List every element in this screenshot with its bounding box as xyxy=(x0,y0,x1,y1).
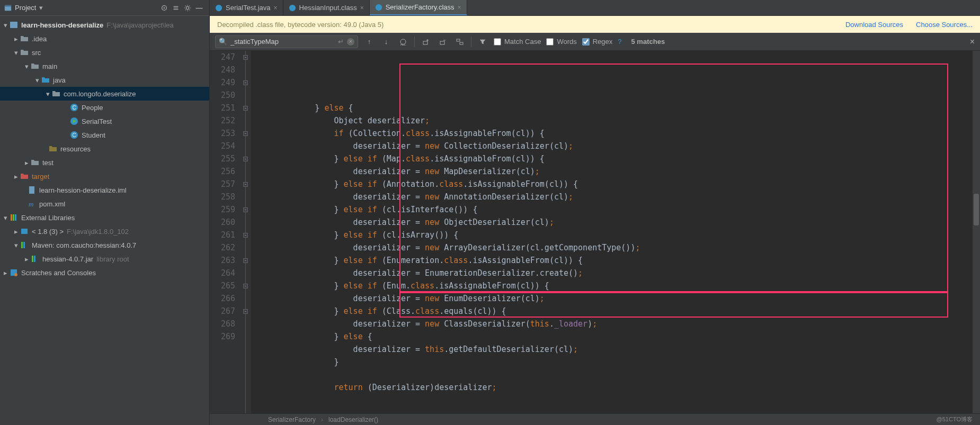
regex-checkbox[interactable]: Regex xyxy=(582,38,613,46)
tree-src[interactable]: src xyxy=(0,46,209,59)
code-area[interactable]: } else { Object deserializer; if (Collec… xyxy=(251,51,973,413)
tree-label: External Libraries xyxy=(21,214,75,222)
sidebar-header: Project ▾ — xyxy=(0,0,209,16)
breadcrumb: SerializerFactory › loadDeserializer() @… xyxy=(210,413,980,425)
svg-text:m: m xyxy=(29,200,33,208)
svg-rect-19 xyxy=(23,242,25,248)
tree-pom[interactable]: m pom.xml xyxy=(0,197,209,211)
library-icon xyxy=(10,213,18,222)
remove-selection-icon[interactable] xyxy=(437,38,449,46)
tree-label: Student xyxy=(82,131,105,139)
clear-icon[interactable]: × xyxy=(347,38,354,46)
tree-label: People xyxy=(82,104,103,112)
line-gutter: 2472482492502512522532542552562572582592… xyxy=(210,51,239,413)
words-label: Words xyxy=(557,38,576,46)
tree-external[interactable]: External Libraries xyxy=(0,211,209,224)
download-sources-link[interactable]: Download Sources xyxy=(845,21,903,29)
tree-label: SerialTest xyxy=(82,117,112,125)
tree-label: resources xyxy=(60,145,91,153)
svg-point-26 xyxy=(376,4,382,10)
tab-serialtest[interactable]: SerialTest.java × xyxy=(210,0,283,15)
filter-icon[interactable] xyxy=(477,38,488,46)
tree-root[interactable]: learn-hession-deserializeF:\java\javapro… xyxy=(0,18,209,32)
tree-iml[interactable]: learn-hession-deserialize.iml xyxy=(0,183,209,197)
editor-area: 2472482492502512522532542552562572582592… xyxy=(210,51,980,413)
match-count: 5 matches xyxy=(631,38,665,46)
tree-java[interactable]: java xyxy=(0,73,209,87)
svg-rect-12 xyxy=(29,186,34,194)
tab-label: SerialTest.java xyxy=(226,4,271,12)
iml-file-icon xyxy=(28,186,36,194)
tree-jdk[interactable]: < 1.8 (3) >F:\java\jdk1.8.0_102 xyxy=(0,224,209,238)
svg-rect-32 xyxy=(460,42,463,44)
tree-label: java xyxy=(53,76,66,84)
svg-point-23 xyxy=(14,273,17,276)
close-icon[interactable]: × xyxy=(274,4,278,12)
search-input[interactable] xyxy=(230,38,338,46)
select-all-icon[interactable]: ALL xyxy=(397,38,409,46)
match-case-label: Match Case xyxy=(504,38,541,46)
gear-icon[interactable] xyxy=(182,2,193,14)
prev-match-icon[interactable]: ↑ xyxy=(363,38,375,46)
tree-label: com.longofo.deserialize xyxy=(64,90,136,98)
tree-main[interactable]: main xyxy=(0,59,209,73)
close-icon[interactable]: × xyxy=(360,4,364,12)
locate-icon[interactable] xyxy=(158,2,170,14)
svg-text:ALL: ALL xyxy=(400,43,406,46)
add-selection-icon[interactable] xyxy=(420,38,432,46)
svg-rect-5 xyxy=(10,22,17,28)
tree-label: target xyxy=(32,173,49,180)
search-icon: 🔍 xyxy=(219,38,227,46)
scratch-icon xyxy=(10,268,18,277)
scrollbar[interactable] xyxy=(973,51,980,413)
package-icon xyxy=(52,89,60,98)
decompiled-banner: Decompiled .class file, bytecode version… xyxy=(210,16,980,33)
tree-test[interactable]: test xyxy=(0,156,209,169)
tree-resources[interactable]: resources xyxy=(0,142,209,156)
search-input-wrap[interactable]: 🔍 ↵ × xyxy=(215,35,358,48)
choose-sources-link[interactable]: Choose Sources... xyxy=(916,21,973,29)
minimize-icon[interactable]: — xyxy=(193,2,205,14)
svg-rect-17 xyxy=(21,229,28,234)
sidebar-title[interactable]: Project ▾ xyxy=(4,4,43,12)
resources-folder-icon xyxy=(49,144,57,153)
project-sidebar: Project ▾ — learn-hession-deserializeF:\… xyxy=(0,0,210,425)
select-all-occurrences-icon[interactable] xyxy=(454,38,466,46)
source-folder-icon xyxy=(41,76,50,84)
svg-rect-20 xyxy=(32,256,33,262)
regex-help-icon[interactable]: ? xyxy=(618,38,621,46)
svg-text:C: C xyxy=(72,105,76,111)
breadcrumb-class[interactable]: SerializerFactory xyxy=(268,416,316,423)
editor-main: SerialTest.java × HessianInput.class × S… xyxy=(210,0,980,425)
tree-idea[interactable]: .idea xyxy=(0,32,209,46)
find-bar: 🔍 ↵ × ↑ ↓ ALL Match Case Words Regex ? 5… xyxy=(210,33,980,51)
tree-jar[interactable]: hessian-4.0.7.jarlibrary root xyxy=(0,252,209,266)
match-case-checkbox[interactable]: Match Case xyxy=(494,38,541,46)
close-icon[interactable]: × xyxy=(458,4,461,11)
svg-rect-1 xyxy=(5,5,11,6)
tab-serializerfactory[interactable]: SerializerFactory.class × xyxy=(370,0,467,15)
tree-scratch[interactable]: Scratches and Consoles xyxy=(0,266,209,279)
watermark: @51CTO博客 xyxy=(937,415,973,423)
class-icon: C xyxy=(70,131,78,139)
tab-hessianinput[interactable]: HessianInput.class × xyxy=(283,0,370,15)
library-icon xyxy=(20,241,29,249)
scrollbar-thumb[interactable] xyxy=(974,194,979,225)
tree-label: src xyxy=(32,49,41,57)
svg-point-25 xyxy=(289,4,295,11)
tree-target[interactable]: target xyxy=(0,169,209,183)
tree-package[interactable]: com.longofo.deserialize xyxy=(0,87,209,101)
project-tree: learn-hession-deserializeF:\java\javapro… xyxy=(0,16,209,282)
tree-maven-lib[interactable]: Maven: com.caucho:hessian:4.0.7 xyxy=(0,238,209,252)
tree-class-people[interactable]: C People xyxy=(0,101,209,114)
project-icon xyxy=(4,4,12,12)
folder-icon xyxy=(20,34,29,43)
folder-icon xyxy=(31,62,39,70)
next-match-icon[interactable]: ↓ xyxy=(380,38,392,46)
breadcrumb-method[interactable]: loadDeserializer() xyxy=(328,416,378,423)
tree-class-serialtest[interactable]: SerialTest xyxy=(0,114,209,128)
collapse-icon[interactable] xyxy=(170,2,182,14)
words-checkbox[interactable]: Words xyxy=(546,38,576,46)
close-find-icon[interactable]: × xyxy=(970,37,975,47)
tree-class-student[interactable]: C Student xyxy=(0,128,209,142)
